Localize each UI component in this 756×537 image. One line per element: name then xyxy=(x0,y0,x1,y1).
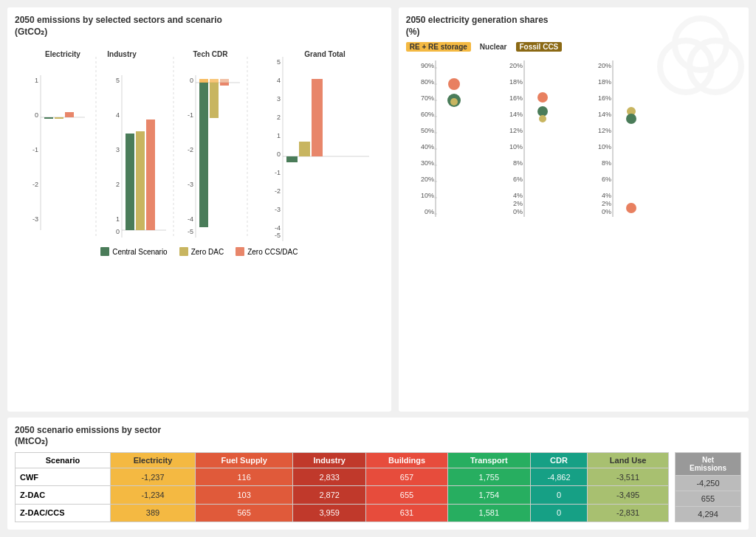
svg-rect-9 xyxy=(55,117,63,119)
svg-text:0%: 0% xyxy=(602,208,611,215)
net-cell: 655 xyxy=(676,491,741,507)
svg-text:-2: -2 xyxy=(32,181,38,188)
svg-text:14%: 14% xyxy=(509,111,523,118)
svg-text:-4: -4 xyxy=(188,215,193,223)
top-row: 2050 emissions by selected sectors and s… xyxy=(7,7,749,412)
svg-rect-56 xyxy=(312,79,323,156)
table-cell: -1,234 xyxy=(110,486,195,504)
svg-text:-3: -3 xyxy=(188,181,193,188)
svg-text:5: 5 xyxy=(277,58,281,66)
col-header-buildings: Buildings xyxy=(366,453,448,468)
svg-text:10%: 10% xyxy=(421,192,434,199)
table-cell: -3,511 xyxy=(588,468,669,486)
svg-rect-55 xyxy=(299,142,310,156)
svg-text:-2: -2 xyxy=(275,187,281,195)
svg-rect-38 xyxy=(210,79,219,83)
legend-zerocssdac-label: Zero CCS/DAC xyxy=(247,248,298,256)
svg-text:0: 0 xyxy=(35,111,38,119)
svg-rect-36 xyxy=(210,83,219,118)
col-header-scenario: Scenario xyxy=(16,453,111,468)
svg-rect-39 xyxy=(220,79,229,83)
svg-rect-23 xyxy=(136,146,145,230)
legend-central-label: Central Scenario xyxy=(112,248,167,256)
svg-rect-10 xyxy=(65,112,74,117)
fossil-dot-cwf xyxy=(626,203,636,213)
bottom-panel-title: 2050 scenario emissions by sector (MtCO₂… xyxy=(15,425,741,448)
svg-text:2%: 2% xyxy=(513,200,523,207)
table-cell: 2,872 xyxy=(293,486,366,504)
legend-zerocssdac: Zero CCS/DAC xyxy=(236,247,298,256)
net-table: NetEmissions -4,2506554,294 xyxy=(675,452,741,522)
svg-text:-1: -1 xyxy=(32,146,38,153)
svg-text:Industry: Industry xyxy=(107,50,137,58)
table-row: Z-DAC/CCS3895653,9596311,5810-2,831 xyxy=(16,504,669,522)
svg-text:-1: -1 xyxy=(275,169,281,176)
svg-text:80%: 80% xyxy=(421,78,434,86)
svg-text:6%: 6% xyxy=(602,176,611,183)
nuclear-dot-cwf xyxy=(537,92,548,103)
svg-rect-34 xyxy=(199,83,208,227)
legend-zerodac-icon xyxy=(179,247,188,256)
fossil-dot-central xyxy=(626,114,636,124)
svg-text:12%: 12% xyxy=(598,127,611,134)
svg-text:-2: -2 xyxy=(188,146,193,153)
re-dot-zdac xyxy=(450,98,458,105)
table-cell: -2,831 xyxy=(588,504,669,522)
table-cell: Z-DAC/CCS xyxy=(16,504,111,522)
table-cell: 655 xyxy=(366,486,448,504)
svg-text:Grand Total: Grand Total xyxy=(304,50,346,58)
svg-text:8%: 8% xyxy=(513,159,523,167)
bar-chart-svg: 1 0 -1 -2 -3 Electricity 5 xyxy=(15,42,377,241)
svg-text:4: 4 xyxy=(116,111,120,119)
svg-text:8%: 8% xyxy=(602,159,611,167)
col-header-landuse: Land Use xyxy=(588,453,669,468)
svg-text:10%: 10% xyxy=(509,143,523,150)
net-table-row: 4,294 xyxy=(676,507,741,522)
svg-text:40%: 40% xyxy=(421,143,434,150)
svg-text:20%: 20% xyxy=(421,176,434,183)
re-dot-cwf xyxy=(448,78,460,90)
svg-text:-5: -5 xyxy=(188,228,193,235)
table-cell: 389 xyxy=(110,504,195,522)
svg-text:4%: 4% xyxy=(602,192,611,199)
table-cell: 2,833 xyxy=(293,468,366,486)
table-cell: 103 xyxy=(196,486,293,504)
svg-text:2: 2 xyxy=(116,181,120,188)
svg-text:4: 4 xyxy=(277,77,281,84)
table-cell: 1,581 xyxy=(447,504,530,522)
col-header-fuel: Fuel Supply xyxy=(196,453,293,468)
table-cell: 565 xyxy=(196,504,293,522)
svg-text:60%: 60% xyxy=(421,111,434,118)
svg-text:Electricity: Electricity xyxy=(45,50,80,58)
chart-legend: Central Scenario Zero DAC Zero CCS/DAC xyxy=(15,247,384,256)
svg-text:70%: 70% xyxy=(421,94,434,102)
nuclear-dot-central xyxy=(537,106,548,117)
svg-text:10%: 10% xyxy=(598,143,611,150)
net-cell: 4,294 xyxy=(676,507,741,522)
table-cell: CWF xyxy=(16,468,111,486)
svg-text:0: 0 xyxy=(190,77,193,84)
table-cell: -3,495 xyxy=(588,486,669,504)
main-container: 2050 emissions by selected sectors and s… xyxy=(0,0,756,537)
col-header-net: NetEmissions xyxy=(676,453,741,476)
table-row: CWF-1,2371162,8336571,755-4,862-3,511 xyxy=(16,468,669,486)
svg-rect-24 xyxy=(146,119,155,230)
svg-text:-1: -1 xyxy=(188,111,193,119)
legend-zerocssdac-icon xyxy=(236,247,244,256)
bottom-panel: 2050 scenario emissions by sector (MtCO₂… xyxy=(7,418,749,530)
svg-text:5: 5 xyxy=(116,77,120,84)
col-header-cdr: CDR xyxy=(530,453,588,468)
net-table-row: 655 xyxy=(676,491,741,507)
table-cell: 1,755 xyxy=(447,468,530,486)
svg-text:1: 1 xyxy=(35,77,38,84)
svg-text:-3: -3 xyxy=(32,215,38,223)
svg-text:18%: 18% xyxy=(598,78,611,86)
table-cell: 631 xyxy=(366,504,448,522)
svg-text:16%: 16% xyxy=(509,94,523,102)
svg-text:90%: 90% xyxy=(421,62,434,69)
svg-text:14%: 14% xyxy=(598,111,611,118)
main-table: Scenario Electricity Fuel Supply Industr… xyxy=(15,452,669,522)
svg-text:1: 1 xyxy=(116,215,120,223)
right-panel-title: 2050 electricity generation shares (%) xyxy=(406,15,741,38)
svg-text:1: 1 xyxy=(277,132,281,139)
